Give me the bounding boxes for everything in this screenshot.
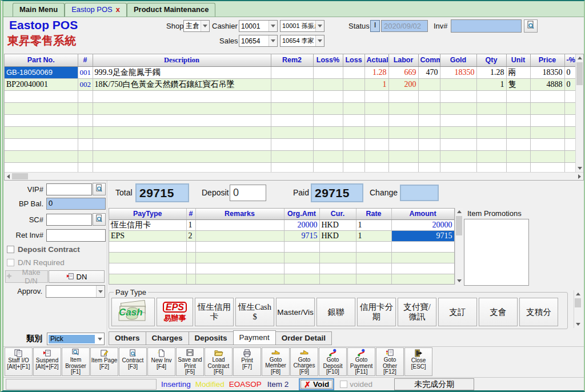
cell-org-amt[interactable]: 9715 xyxy=(284,230,319,241)
deposit-contract-option[interactable]: Deposit Contract xyxy=(7,245,80,254)
paytype-button-eps[interactable]: EPS 易辦事 xyxy=(157,298,193,326)
items-grid-horizontal-scrollbar[interactable] xyxy=(5,172,583,180)
category-select[interactable]: Pick xyxy=(47,333,105,345)
col-part-no[interactable]: Part No. xyxy=(5,54,78,66)
cell-disc[interactable]: 0 xyxy=(564,66,576,78)
sales-name-select[interactable]: 10654 李家 xyxy=(280,35,324,47)
scrollbar-thumb[interactable] xyxy=(576,62,583,85)
cell-description[interactable]: 999.9足金龍鳳手鐲 xyxy=(93,66,271,78)
items-grid-empty-row[interactable] xyxy=(5,90,576,102)
col-loss-pct[interactable]: Loss% xyxy=(313,54,343,66)
ret-inv-input[interactable] xyxy=(46,229,106,242)
col-qty[interactable]: Qty xyxy=(476,54,506,66)
pay-type-scrollbar[interactable] xyxy=(574,290,582,328)
cashier-code-select[interactable]: 10001 xyxy=(239,20,278,32)
scroll-up-icon[interactable] xyxy=(455,208,463,215)
col-labor[interactable]: Labor xyxy=(388,54,418,66)
col-rate[interactable]: Rate xyxy=(356,209,391,219)
paytype-button-master-visa[interactable]: Master/Vis xyxy=(276,298,315,326)
close-button[interactable]: Close[ESC] xyxy=(404,347,432,376)
col-pay-no[interactable]: # xyxy=(186,209,195,219)
payment-empty-row[interactable] xyxy=(109,252,454,263)
cell-labor[interactable]: 669 xyxy=(388,66,418,78)
payment-row-2[interactable]: EPS 2 9715 HKD 1 9715 xyxy=(109,230,454,241)
goto-charges-button[interactable]: Goto Charges[F9] xyxy=(290,347,318,376)
cell-actual[interactable]: 1.28 xyxy=(364,66,388,78)
vip-input[interactable] xyxy=(46,183,92,195)
deposit-contract-checkbox[interactable] xyxy=(7,246,14,253)
items-grid-empty-row[interactable] xyxy=(5,150,576,162)
cell-comm[interactable] xyxy=(418,78,440,90)
cell-paytype[interactable]: EPS xyxy=(109,230,186,241)
items-grid-empty-row[interactable] xyxy=(5,126,576,138)
paytype-button-pay-order[interactable]: 支訂 xyxy=(438,298,477,326)
col-description[interactable]: Description xyxy=(93,54,271,66)
cell-paytype[interactable]: 恆生信用卡 xyxy=(109,219,186,230)
items-grid-empty-row[interactable] xyxy=(5,102,576,114)
cell-amount-selected[interactable]: 9715 xyxy=(391,230,454,241)
scroll-left-icon[interactable] xyxy=(5,173,12,180)
goto-other-button[interactable]: Goto Other[F12] xyxy=(376,347,404,376)
cell-labor[interactable]: 200 xyxy=(388,78,418,90)
cell-unit[interactable]: 隻 xyxy=(506,78,530,90)
tab-payment[interactable]: Payment xyxy=(233,330,276,345)
item-browser-button[interactable]: Item Browser[F1] xyxy=(62,347,90,376)
load-contract-button[interactable]: Load Contract[F6] xyxy=(205,347,233,376)
goto-deposit-button[interactable]: Goto Deposit[F10] xyxy=(319,347,347,376)
staff-io-button[interactable]: Staff I/O[Alt]+[F1] xyxy=(5,347,33,376)
cell-pay-no[interactable]: 2 xyxy=(186,230,195,241)
col-line-no[interactable]: # xyxy=(78,54,93,66)
tab-charges[interactable]: Charges xyxy=(146,331,189,345)
print-button[interactable]: Print[F7] xyxy=(233,347,261,376)
tab-main-menu[interactable]: Main Menu xyxy=(13,3,65,17)
cell-cur[interactable]: HKD xyxy=(319,219,356,230)
cell-part-no[interactable]: GB-18050069 xyxy=(5,66,78,78)
payment-grid-scrollbar[interactable] xyxy=(455,208,463,285)
paytype-button-hangseng-card[interactable]: 恆生信用卡 xyxy=(195,298,234,326)
paytype-button-hangseng-cash[interactable]: 恆生Cash $ xyxy=(235,298,274,326)
payment-row-1[interactable]: 恆生信用卡 1 20000 HKD 1 20000 xyxy=(109,219,454,230)
cell-pay-no[interactable]: 1 xyxy=(186,219,195,230)
invoice-date-field[interactable]: 2020/09/02 xyxy=(381,20,428,32)
payment-empty-row[interactable] xyxy=(109,274,454,285)
items-grid-empty-row[interactable] xyxy=(5,114,576,126)
tab-deposits[interactable]: Deposits xyxy=(189,331,234,345)
tab-others[interactable]: Others xyxy=(109,331,146,345)
cell-gold[interactable] xyxy=(440,78,476,90)
sc-input[interactable] xyxy=(46,214,92,226)
scrollbar-thumb[interactable] xyxy=(456,216,462,235)
shop-select[interactable]: 主倉 xyxy=(183,20,210,32)
inv-number-field[interactable] xyxy=(451,19,522,33)
cell-org-amt[interactable]: 20000 xyxy=(284,219,319,230)
cell-rate[interactable]: 1 xyxy=(356,230,391,241)
tab-eastop-pos[interactable]: Eastop POSx xyxy=(65,3,127,17)
col-gold[interactable]: Gold xyxy=(440,54,476,66)
voided-checkbox[interactable] xyxy=(340,381,347,388)
approv-select[interactable] xyxy=(46,285,105,298)
goto-member-button[interactable]: Goto Member[F8] xyxy=(262,347,290,376)
paytype-button-unionpay[interactable]: 銀聯 xyxy=(316,298,355,326)
voided-option[interactable]: voided xyxy=(340,380,372,389)
cell-remarks[interactable] xyxy=(195,219,284,230)
dn-button[interactable]: DN xyxy=(49,270,105,283)
cell-actual[interactable]: 1 xyxy=(364,78,388,90)
cell-cur[interactable]: HKD xyxy=(319,230,356,241)
items-grid-empty-row[interactable] xyxy=(5,138,576,150)
col-loss[interactable]: Loss xyxy=(343,54,364,66)
col-amount[interactable]: Amount xyxy=(391,209,454,219)
paytype-button-card-installment[interactable]: 信用卡分期 xyxy=(357,298,396,326)
col-unit[interactable]: Unit xyxy=(506,54,530,66)
col-comm[interactable]: Comm xyxy=(418,54,440,66)
col-paytype[interactable]: PayType xyxy=(109,209,186,219)
paytype-button-pay-points[interactable]: 支積分 xyxy=(519,298,558,326)
tab-product-maintenance[interactable]: Product Maintenance xyxy=(127,3,215,17)
scrollbar-thumb[interactable] xyxy=(575,298,581,307)
col-remarks[interactable]: Remarks xyxy=(195,209,284,219)
cell-price[interactable]: 18350 xyxy=(530,66,564,78)
cell-remarks[interactable] xyxy=(195,230,284,241)
cell-line-no[interactable]: 001 xyxy=(78,66,93,78)
suspend-button[interactable]: Suspend[Alt]+[F2] xyxy=(33,347,61,376)
deposit-field[interactable]: 0 xyxy=(230,185,266,201)
cell-amount[interactable]: 20000 xyxy=(391,219,454,230)
pending-installment-button[interactable]: 未完成分期 xyxy=(394,378,474,390)
